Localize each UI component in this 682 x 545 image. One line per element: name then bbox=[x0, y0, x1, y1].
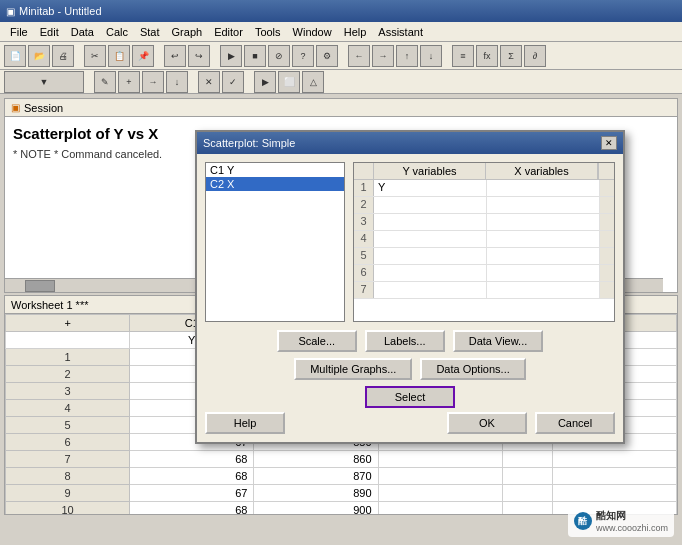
cell-extra-7 bbox=[502, 451, 552, 468]
cell-c1-10[interactable]: 68 bbox=[130, 502, 254, 516]
toolbar-btn-2[interactable]: ■ bbox=[244, 45, 266, 67]
var-grid-cell-x-3[interactable] bbox=[487, 214, 600, 230]
tb2-btn-9[interactable]: ⬜ bbox=[278, 71, 300, 93]
toolbar-btn-4[interactable]: ? bbox=[292, 45, 314, 67]
tb2-btn-5[interactable]: ↓ bbox=[166, 71, 188, 93]
var-grid-cell-y-3[interactable] bbox=[374, 214, 487, 230]
labels-button[interactable]: Labels... bbox=[365, 330, 445, 352]
tb2-btn-4[interactable]: → bbox=[142, 71, 164, 93]
cell-extra-10 bbox=[502, 502, 552, 516]
var-grid-cell-y-4[interactable] bbox=[374, 231, 487, 247]
var-grid-cell-x-4[interactable] bbox=[487, 231, 600, 247]
row-num-4: 4 bbox=[6, 400, 130, 417]
var-grid-cell-y-6[interactable] bbox=[374, 265, 487, 281]
tb2-btn-10[interactable]: △ bbox=[302, 71, 324, 93]
cell-c1-9[interactable]: 67 bbox=[130, 485, 254, 502]
toolbar-btn-12[interactable]: Σ bbox=[500, 45, 522, 67]
menu-window[interactable]: Window bbox=[287, 24, 338, 40]
toolbar-btn-11[interactable]: fx bbox=[476, 45, 498, 67]
toolbar-btn-13[interactable]: ∂ bbox=[524, 45, 546, 67]
var-grid-row-3: 3 bbox=[354, 214, 614, 231]
title-bar: ▣ Minitab - Untitled bbox=[0, 0, 682, 22]
toolbar-btn-1[interactable]: ▶ bbox=[220, 45, 242, 67]
variable-list[interactable]: C1 Y C2 X bbox=[205, 162, 345, 322]
cell-c2-7[interactable]: 860 bbox=[254, 451, 378, 468]
var-grid-cell-y-5[interactable] bbox=[374, 248, 487, 264]
toolbar-btn-8[interactable]: ↑ bbox=[396, 45, 418, 67]
dialog-body: C1 Y C2 X Y variables X variables 1 Y bbox=[197, 154, 623, 442]
copy-btn[interactable]: 📋 bbox=[108, 45, 130, 67]
toolbar-btn-10[interactable]: ≡ bbox=[452, 45, 474, 67]
tb2-btn-1[interactable]: ▼ bbox=[4, 71, 84, 93]
menu-assistant[interactable]: Assistant bbox=[372, 24, 429, 40]
open-btn[interactable]: 📂 bbox=[28, 45, 50, 67]
ok-button[interactable]: OK bbox=[447, 412, 527, 434]
menu-tools[interactable]: Tools bbox=[249, 24, 287, 40]
undo-btn[interactable]: ↩ bbox=[164, 45, 186, 67]
toolbar-btn-3[interactable]: ⊘ bbox=[268, 45, 290, 67]
var-grid-rownum-1: 1 bbox=[354, 180, 374, 196]
menu-calc[interactable]: Calc bbox=[100, 24, 134, 40]
scale-button[interactable]: Scale... bbox=[277, 330, 357, 352]
data-options-button[interactable]: Data Options... bbox=[420, 358, 525, 380]
cell-c3-9[interactable] bbox=[378, 485, 502, 502]
var-grid-scrollbar[interactable] bbox=[598, 163, 614, 179]
row-num-3: 3 bbox=[6, 383, 130, 400]
col-name-empty bbox=[6, 332, 130, 349]
new-btn[interactable]: 📄 bbox=[4, 45, 26, 67]
cell-c1-8[interactable]: 68 bbox=[130, 468, 254, 485]
session-hscroll-thumb[interactable] bbox=[25, 280, 55, 292]
menu-stat[interactable]: Stat bbox=[134, 24, 166, 40]
tb2-btn-7[interactable]: ✓ bbox=[222, 71, 244, 93]
menu-data[interactable]: Data bbox=[65, 24, 100, 40]
cell-c2-9[interactable]: 890 bbox=[254, 485, 378, 502]
cancel-button[interactable]: Cancel bbox=[535, 412, 615, 434]
worksheet-label: Worksheet 1 *** bbox=[11, 299, 88, 311]
multiple-graphs-button[interactable]: Multiple Graphs... bbox=[294, 358, 412, 380]
var-grid-cell-y-7[interactable] bbox=[374, 282, 487, 298]
var-grid-cell-y-2[interactable] bbox=[374, 197, 487, 213]
data-view-button[interactable]: Data View... bbox=[453, 330, 544, 352]
cell-c3-7[interactable] bbox=[378, 451, 502, 468]
col-header-plus[interactable]: + bbox=[6, 315, 130, 332]
cell-10-8 bbox=[552, 468, 676, 485]
var-grid-cell-x-2[interactable] bbox=[487, 197, 600, 213]
menu-edit[interactable]: Edit bbox=[34, 24, 65, 40]
toolbar-btn-5[interactable]: ⚙ bbox=[316, 45, 338, 67]
select-button[interactable]: Select bbox=[365, 386, 455, 408]
toolbar-btn-7[interactable]: → bbox=[372, 45, 394, 67]
var-list-item-c2[interactable]: C2 X bbox=[206, 177, 344, 191]
menu-graph[interactable]: Graph bbox=[166, 24, 209, 40]
toolbar-btn-6[interactable]: ← bbox=[348, 45, 370, 67]
var-grid-cell-x-6[interactable] bbox=[487, 265, 600, 281]
var-grid-cell-x-7[interactable] bbox=[487, 282, 600, 298]
cell-c3-8[interactable] bbox=[378, 468, 502, 485]
var-grid-header-num bbox=[354, 163, 374, 179]
cell-c2-10[interactable]: 900 bbox=[254, 502, 378, 516]
menu-help[interactable]: Help bbox=[338, 24, 373, 40]
var-list-item-c1[interactable]: C1 Y bbox=[206, 163, 344, 177]
cell-c3-10[interactable] bbox=[378, 502, 502, 516]
tb2-btn-8[interactable]: ▶ bbox=[254, 71, 276, 93]
var-grid-scroll-area-3 bbox=[600, 214, 614, 230]
tb2-btn-3[interactable]: + bbox=[118, 71, 140, 93]
paste-btn[interactable]: 📌 bbox=[132, 45, 154, 67]
toolbar-btn-9[interactable]: ↓ bbox=[420, 45, 442, 67]
cut-btn[interactable]: ✂ bbox=[84, 45, 106, 67]
cell-c1-7[interactable]: 68 bbox=[130, 451, 254, 468]
cell-10-9 bbox=[552, 485, 676, 502]
var-grid-rownum-2: 2 bbox=[354, 197, 374, 213]
cell-c2-8[interactable]: 870 bbox=[254, 468, 378, 485]
help-button[interactable]: Help bbox=[205, 412, 285, 434]
tb2-btn-2[interactable]: ✎ bbox=[94, 71, 116, 93]
var-grid-cell-x-1[interactable] bbox=[487, 180, 600, 196]
redo-btn[interactable]: ↪ bbox=[188, 45, 210, 67]
menu-editor[interactable]: Editor bbox=[208, 24, 249, 40]
tb2-btn-6[interactable]: ✕ bbox=[198, 71, 220, 93]
var-grid-cell-y-1[interactable]: Y bbox=[374, 180, 487, 196]
table-row: 7 68 860 bbox=[6, 451, 677, 468]
print-btn[interactable]: 🖨 bbox=[52, 45, 74, 67]
var-grid-cell-x-5[interactable] bbox=[487, 248, 600, 264]
dialog-close-button[interactable]: ✕ bbox=[601, 136, 617, 150]
menu-file[interactable]: File bbox=[4, 24, 34, 40]
